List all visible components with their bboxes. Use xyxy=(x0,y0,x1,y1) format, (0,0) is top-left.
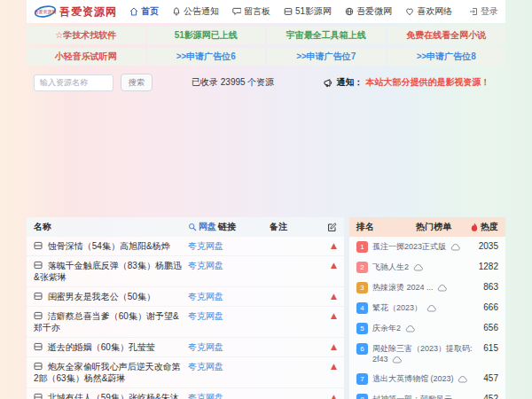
banner-link[interactable]: >>申请广告位7 xyxy=(267,48,386,66)
table-row: 蚀骨深情（54集）高旭阳&杨烨 夸克网盘 ▲ xyxy=(27,237,344,256)
table-row: 逝去的婚姻（60集）孔莹莹 夸克网盘 ▲ xyxy=(27,338,344,357)
nav-item-home[interactable]: 首页 xyxy=(129,5,159,18)
cloud-download-icon[interactable] xyxy=(392,356,402,364)
report-warning-icon[interactable]: ▲ xyxy=(321,341,337,353)
rank-badge: 5 xyxy=(356,323,368,334)
list-item: 6 周处除三害（2023）提取码: 2f43 615 xyxy=(349,339,505,369)
banner-link[interactable]: >>申请广告位6 xyxy=(147,48,266,66)
nav-item-messageboard[interactable]: 留言板 xyxy=(232,5,270,18)
resource-title-text: 炮灰全家偷听我心声后逆天改命第2部（63集）杨然&蔚琳 xyxy=(34,362,181,383)
search-input[interactable] xyxy=(34,74,113,91)
search-button[interactable]: 搜索 xyxy=(121,74,153,91)
rank-title[interactable]: 飞驰人生2 xyxy=(372,262,475,272)
video-file-icon xyxy=(34,311,43,320)
header-heat: 热度 xyxy=(470,221,498,233)
search-icon xyxy=(188,223,197,231)
video-file-icon xyxy=(34,241,43,250)
nav-item-label: 吾爱微网 xyxy=(356,5,392,18)
header-name: 名称 xyxy=(34,221,188,233)
rank-badge: 1 xyxy=(356,241,368,253)
pan-link[interactable]: 夸克网盘 xyxy=(188,392,270,399)
heat-value: 1282 xyxy=(479,262,498,271)
video-file-icon xyxy=(34,292,43,301)
cloud-download-icon[interactable] xyxy=(458,375,467,383)
banner-row-2: 小轻音乐试听网 >>申请广告位6 >>申请广告位7 >>申请广告位8 xyxy=(27,48,505,66)
rank-title-text: 孤注一掷2023正式版 xyxy=(372,242,446,251)
edit-icon[interactable] xyxy=(327,223,337,232)
nav-item-label: 留言板 xyxy=(244,5,270,18)
heat-value: 457 xyxy=(483,373,498,383)
nav-item-51film[interactable]: 51影源网 xyxy=(284,5,332,18)
report-warning-icon[interactable]: ▲ xyxy=(321,240,337,252)
resource-table-header: 名称 网盘链接 备注 xyxy=(27,217,344,237)
heat-value: 863 xyxy=(483,282,498,292)
pan-link[interactable]: 夸克网盘 xyxy=(188,291,270,302)
resource-title: 逝去的婚姻（60集）孔莹莹 xyxy=(34,341,188,353)
banner-link[interactable]: 小轻音乐试听网 xyxy=(27,48,145,66)
login-button[interactable]: 登录 xyxy=(469,5,498,18)
rank-title-text: 飞驰人生2 xyxy=(372,262,409,271)
nav-item-announcements[interactable]: 公告通知 xyxy=(172,5,219,18)
navbar: 吾爱资源网 吾爱资源网 首页 公告通知 留言板 51影源网 xyxy=(27,0,505,23)
pan-link[interactable]: 夸克网盘 xyxy=(188,260,270,271)
video-file-icon xyxy=(34,393,43,399)
resource-title: 蚀骨深情（54集）高旭阳&杨烨 xyxy=(34,240,188,252)
cloud-download-icon[interactable] xyxy=(450,243,460,251)
resource-title: 北城有佳人（59集）张屹杨&朱沐梵 xyxy=(34,392,188,399)
nav-item-label: 首页 xyxy=(141,5,159,18)
table-row: 闺蜜男友是我老公（50集） 夸克网盘 ▲ xyxy=(27,287,344,307)
home-icon xyxy=(129,7,138,16)
report-warning-icon[interactable]: ▲ xyxy=(321,291,337,302)
banner-link[interactable]: 宇宙最全工具箱上线 xyxy=(267,27,386,44)
resource-title: 闺蜜男友是我老公（50集） xyxy=(34,291,188,302)
nav-item-label: 喜欢网络 xyxy=(417,5,452,18)
cloud-download-icon[interactable] xyxy=(437,284,447,292)
nav-item-label: 51影源网 xyxy=(295,5,332,18)
resource-title: 落魄千金触底反弹（83集）杨鹏迅&张紫琳 xyxy=(34,260,188,283)
header-link-rest: 链接 xyxy=(218,221,236,233)
resource-title-text: 洁癖蔡总喜当爹（60集）谢予望&郑千亦 xyxy=(34,311,179,332)
banner-link[interactable]: ☆学技术找软件 xyxy=(27,27,145,44)
rank-title[interactable]: 繁花（2023） xyxy=(372,302,480,313)
rank-badge: 4 xyxy=(356,302,368,314)
site-logo[interactable]: 吾爱资源网 吾爱资源网 xyxy=(34,4,117,20)
report-warning-icon[interactable]: ▲ xyxy=(321,310,337,322)
rank-badge: 6 xyxy=(356,343,368,355)
report-warning-icon[interactable]: ▲ xyxy=(321,361,337,372)
banner-link[interactable]: 51影源网已上线 xyxy=(147,27,266,44)
fire-icon xyxy=(470,223,479,232)
svg-text:吾爱资源网: 吾爱资源网 xyxy=(35,9,57,15)
hero-gradient-area xyxy=(27,92,505,217)
nav-item-weiwang[interactable]: 吾爱微网 xyxy=(345,5,392,18)
pan-link[interactable]: 夸克网盘 xyxy=(188,361,270,372)
pan-link[interactable]: 夸克网盘 xyxy=(188,341,270,353)
list-item: 2 飞驰人生2 1282 xyxy=(349,257,505,278)
pan-link[interactable]: 夸克网盘 xyxy=(188,310,270,322)
nav-item-favorites[interactable]: 喜欢网络 xyxy=(405,5,452,18)
header-heat-label: 热度 xyxy=(481,221,498,233)
rank-title-text: 繁花（2023） xyxy=(372,303,422,312)
resource-title: 炮灰全家偷听我心声后逆天改命第2部（63集）杨然&蔚琳 xyxy=(34,361,188,384)
header-pan-highlight: 网盘 xyxy=(199,221,216,233)
heart-icon xyxy=(405,7,414,16)
banner-link[interactable]: >>申请广告位8 xyxy=(387,48,506,66)
rank-title[interactable]: 逃出大英博物馆 (2023) xyxy=(372,373,480,384)
globe-icon xyxy=(345,7,354,16)
header-actions xyxy=(321,223,337,232)
rank-title[interactable]: 封神第一部：朝歌风云（2023） xyxy=(372,394,480,399)
cloud-download-icon[interactable] xyxy=(426,304,436,312)
report-warning-icon[interactable]: ▲ xyxy=(321,260,337,271)
ranking-rows: 1 孤注一掷2023正式版 2035 2 飞驰人生2 1282 3 热辣滚烫 2… xyxy=(349,237,505,399)
resource-title-text: 闺蜜男友是我老公（50集） xyxy=(48,292,155,301)
cloud-download-icon[interactable] xyxy=(413,263,423,271)
cloud-download-icon[interactable] xyxy=(405,325,415,332)
report-warning-icon[interactable]: ▲ xyxy=(321,392,337,399)
list-item: 1 孤注一掷2023正式版 2035 xyxy=(349,237,505,257)
list-item: 3 热辣滚烫 2024 ... 863 xyxy=(349,278,505,298)
rank-title[interactable]: 庆余年2 xyxy=(372,323,480,333)
rank-title[interactable]: 热辣滚烫 2024 ... xyxy=(372,282,480,293)
pan-link[interactable]: 夸克网盘 xyxy=(188,240,270,252)
rank-title[interactable]: 孤注一掷2023正式版 xyxy=(372,241,475,252)
rank-title[interactable]: 周处除三害（2023）提取码: 2f43 xyxy=(372,343,480,364)
banner-link[interactable]: 免费在线看全网小说 xyxy=(387,27,506,44)
